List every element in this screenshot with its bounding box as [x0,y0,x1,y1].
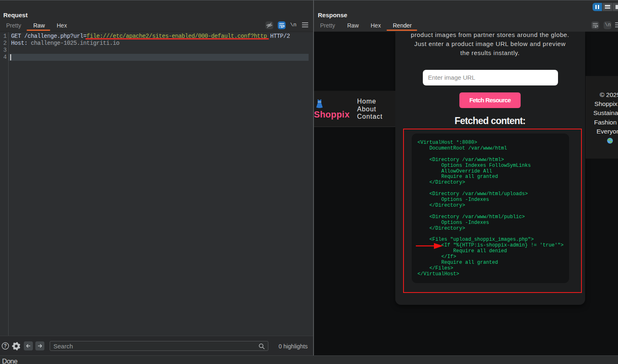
svg-text:?: ? [4,343,7,349]
